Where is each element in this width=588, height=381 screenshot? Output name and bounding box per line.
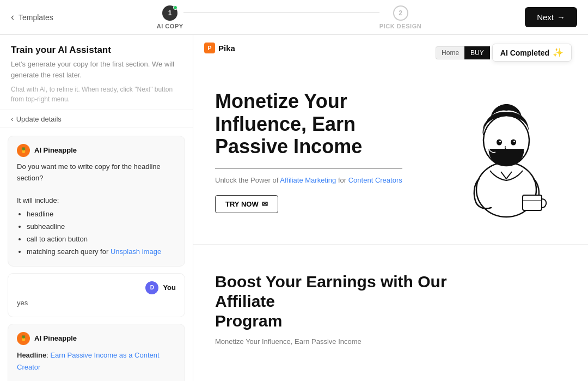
ai-message-1: 🍍 AI Pineapple Do you want me to write c… [8, 136, 185, 267]
bullet-subheadline: subheadline [27, 221, 176, 233]
try-now-label: TRY NOW [225, 200, 259, 208]
step2-label: PICK DESIGN [379, 23, 422, 29]
second-subheadline: Monetize Your Influence, Earn Passive In… [215, 337, 566, 346]
sidebar: Train your AI Assistant Let's generate y… [0, 35, 193, 381]
chat-scroll-area: 🍍 AI Pineapple Do you want me to write c… [0, 128, 193, 381]
next-label: Next [537, 13, 554, 22]
user-avatar: D [145, 281, 158, 294]
ai-sender-name-1: AI Pineapple [34, 145, 77, 156]
svg-rect-6 [523, 195, 542, 210]
main-layout: Train your AI Assistant Let's generate y… [0, 35, 588, 381]
next-button[interactable]: Next → [525, 7, 577, 27]
step2-circle: 2 [393, 5, 408, 21]
update-details-toggle[interactable]: ‹ Update details [0, 110, 193, 128]
sidebar-header: Train your AI Assistant Let's generate y… [0, 35, 193, 110]
step1-green-dot [173, 5, 177, 10]
affiliate-link-text: Affiliate Marketing [280, 176, 336, 184]
ai-badge-label: AI Completed [500, 49, 549, 57]
person-svg [452, 83, 561, 220]
user-sender-name: You [163, 282, 176, 294]
back-to-templates[interactable]: ‹ Templates [11, 11, 53, 23]
step1-circle: 1 [162, 5, 177, 21]
second-section: Boost Your Earnings with Our AffiliatePr… [193, 245, 588, 367]
sidebar-title: Train your AI Assistant [11, 45, 182, 56]
preview-panel: P Pika Home BUY AI Completed ✨ Monetize [193, 35, 588, 381]
brand-name: Pika [218, 44, 235, 53]
bullet-cta: call to action button [27, 234, 176, 245]
creators-link-text: Content Creators [348, 176, 402, 184]
ai-message-2: 🍍 AI Pineapple Headline: Earn Passive In… [8, 324, 185, 381]
pika-logo-icon: P [204, 43, 215, 53]
ai-avatar-1: 🍍 [17, 144, 30, 157]
bullet-headline: headline [27, 209, 176, 220]
sparkle-icon: ✨ [553, 47, 564, 58]
preview-content: P Pika Home BUY AI Completed ✨ Monetize [193, 35, 588, 381]
ai-message-body-1: Do you want me to write copy for the hea… [17, 161, 176, 257]
hero-divider [215, 168, 402, 168]
ai-bubble-header-2: 🍍 AI Pineapple [17, 332, 176, 345]
hero-subheadline: Unlock the Power of Affiliate Marketing … [215, 176, 402, 184]
step-connector [183, 12, 379, 13]
user-bubble-header: D You [17, 281, 176, 294]
ai-completed-badge: AI Completed ✨ [492, 44, 572, 62]
user-message-text: yes [17, 298, 176, 309]
step-pick-design: 2 PICK DESIGN [379, 5, 422, 29]
hero-illustration [446, 81, 566, 222]
user-message-1: D You yes [8, 273, 185, 317]
step-ai-copy: 1 AI COPY [157, 5, 183, 29]
hero-section: Monetize YourInfluence, EarnPassive Inco… [193, 53, 588, 245]
nav-links: Home BUY [436, 46, 490, 59]
nav-buy-button[interactable]: BUY [464, 46, 490, 59]
svg-point-5 [513, 141, 515, 142]
ai-completed-area: Home BUY AI Completed ✨ [436, 44, 572, 62]
second-heading: Boost Your Earnings with Our AffiliatePr… [215, 272, 487, 331]
ai-bubble-header-1: 🍍 AI Pineapple [17, 144, 176, 157]
hero-heading: Monetize YourInfluence, EarnPassive Inco… [215, 90, 402, 158]
chevron-left-icon: ‹ [11, 11, 14, 23]
svg-point-3 [511, 140, 516, 146]
headline-label: Headline [17, 351, 46, 359]
bullet-image-query: matching search query for Unsplash image [27, 246, 176, 258]
ai-bullet-list: headline subheadline call to action butt… [17, 209, 176, 257]
app-header: ‹ Templates 1 AI COPY 2 PICK DESIGN Next… [0, 0, 588, 35]
templates-link-label: Templates [19, 13, 53, 22]
ai-avatar-2: 🍍 [17, 332, 30, 345]
update-details-label: Update details [16, 115, 62, 123]
step1-label: AI COPY [157, 23, 183, 29]
hero-text-block: Monetize YourInfluence, EarnPassive Inco… [215, 90, 402, 213]
ai-sender-name-2: AI Pineapple [34, 333, 77, 344]
svg-point-4 [499, 141, 501, 142]
sidebar-description: Let's generate your copy for the first s… [11, 59, 182, 80]
unsplash-link[interactable]: Unsplash image [111, 247, 161, 256]
ai-message-body-2: Headline: Earn Passive Income as a Conte… [17, 349, 176, 381]
try-now-button[interactable]: TRY NOW ✉ [215, 195, 278, 213]
nav-home-link[interactable]: Home [436, 46, 464, 59]
next-arrow-icon: → [557, 13, 565, 22]
sidebar-hint: Chat with AI, to refine it. When ready, … [11, 84, 182, 104]
chevron-left-small-icon: ‹ [11, 114, 14, 123]
svg-point-2 [497, 140, 502, 146]
stepper: 1 AI COPY 2 PICK DESIGN [53, 5, 525, 29]
email-icon: ✉ [262, 200, 268, 208]
